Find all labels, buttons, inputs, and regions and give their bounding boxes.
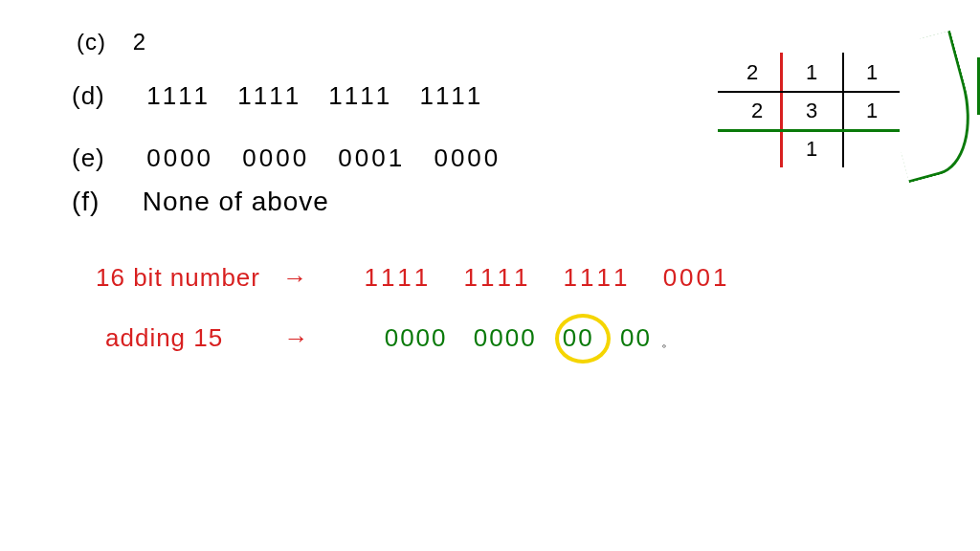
option-f: (f) None of above (72, 187, 329, 217)
cell-r2c2: 3 (806, 99, 817, 123)
cell-r1c1: 2 (746, 60, 758, 85)
cell-r2c3: 1 (866, 99, 878, 123)
adding-binary-green: 0000 0000 00 00 (385, 323, 652, 352)
option-e: (e) 0000 0000 0001 0000 (72, 143, 501, 173)
option-e-label: (e) (72, 143, 129, 173)
sixteen-bit-label: 16 bit number (96, 263, 260, 292)
cell-r1c2: 1 (806, 60, 817, 85)
table-vline-black (842, 53, 844, 167)
cell-r3c2: 1 (806, 137, 817, 162)
working-line-1: 16 bit number → 1111 1111 1111 0001 (96, 263, 729, 293)
option-d-label: (d) (72, 81, 129, 111)
sixteen-bit-binary: 1111 1111 1111 0001 (364, 263, 729, 292)
cell-r1c3: 1 (866, 60, 878, 85)
table-hline-green (718, 129, 900, 132)
arrow-2: → (283, 323, 309, 352)
option-c-partial: (c) 2 (77, 29, 146, 55)
option-f-value: None of above (143, 187, 329, 216)
arrow-1: → (282, 263, 308, 292)
table-vline-red (780, 53, 783, 167)
adding-label: adding 15 (105, 323, 223, 352)
table-hline-black (718, 91, 900, 93)
option-e-value: 0000 0000 0001 0000 (146, 143, 501, 172)
option-f-label: (f) (72, 187, 129, 217)
option-d-value: 1111 1111 1111 1111 (146, 81, 482, 110)
option-c-label: (c) (77, 29, 106, 55)
adding-dot: 。 (661, 334, 676, 349)
highlight-circle (555, 314, 611, 364)
option-d: (d) 1111 1111 1111 1111 (72, 81, 482, 111)
cell-r2c1: 2 (751, 99, 763, 123)
option-c-value: 2 (133, 29, 146, 55)
